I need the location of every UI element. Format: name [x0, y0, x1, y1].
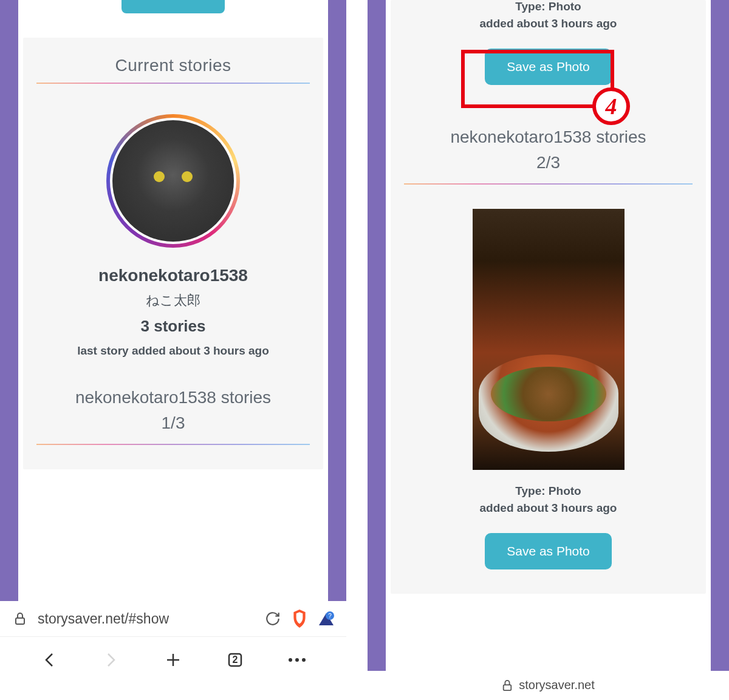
svg-point-5	[295, 658, 299, 662]
svg-rect-7	[504, 685, 512, 690]
browser-chrome: storysaver.net/#show ? 2	[0, 601, 346, 685]
save-as-photo-button[interactable]: Save as Photo	[485, 49, 612, 85]
gradient-underline	[36, 83, 310, 84]
extension-icon[interactable]: ?	[317, 610, 335, 628]
annotation-step-number: 4	[592, 87, 630, 125]
app-frame: Current stories nekonekotaro1538 ねこ太郎 3 …	[0, 0, 346, 601]
svg-text:?: ?	[328, 613, 332, 619]
avatar-story-ring[interactable]	[106, 114, 240, 248]
story-photo[interactable]	[473, 209, 625, 470]
story-added: added about 3 hours ago	[404, 501, 693, 515]
reload-icon[interactable]	[264, 610, 282, 628]
story-type: Type: Photo	[404, 0, 693, 13]
avatar-image	[112, 120, 234, 242]
app-frame: Type: Photo added about 3 hours ago Save…	[368, 0, 729, 671]
url-bar[interactable]: storysaver.net/#show ?	[0, 601, 346, 637]
phone-left: Current stories nekonekotaro1538 ねこ太郎 3 …	[0, 0, 346, 700]
current-stories-card: Current stories nekonekotaro1538 ねこ太郎 3 …	[23, 38, 323, 469]
save-as-photo-button[interactable]: Save as Photo	[485, 533, 612, 569]
svg-rect-0	[16, 618, 24, 624]
content-area: Type: Photo added about 3 hours ago Save…	[386, 0, 711, 671]
tab-count: 2	[233, 654, 238, 665]
url-text: storysaver.net	[519, 678, 595, 692]
stories-heading: nekonekotaro1538 stories	[36, 388, 310, 407]
forward-icon[interactable]	[100, 649, 122, 671]
svg-point-6	[302, 658, 306, 662]
back-icon[interactable]	[38, 649, 60, 671]
browser-chrome[interactable]: storysaver.net	[368, 671, 729, 699]
story-added: added about 3 hours ago	[404, 17, 693, 30]
svg-point-4	[289, 658, 292, 662]
avatar-inner	[110, 118, 236, 244]
new-tab-icon[interactable]	[162, 649, 184, 671]
story-card-1: Type: Photo added about 3 hours ago Save…	[391, 0, 706, 594]
content-area: Current stories nekonekotaro1538 ねこ太郎 3 …	[18, 0, 328, 601]
story-count: 3 stories	[36, 317, 310, 336]
stories-counter: 1/3	[36, 413, 310, 433]
top-button-stub[interactable]	[122, 0, 225, 13]
phone-right: Type: Photo added about 3 hours ago Save…	[368, 0, 729, 700]
username: nekonekotaro1538	[36, 266, 310, 285]
brave-shield-icon[interactable]	[290, 610, 309, 628]
browser-nav: 2	[0, 637, 346, 685]
last-story-time: last story added about 3 hours ago	[36, 344, 310, 358]
url-text: storysaver.net/#show	[38, 611, 255, 627]
gradient-underline	[404, 183, 693, 185]
tabs-icon[interactable]: 2	[224, 649, 246, 671]
menu-dots-icon[interactable]	[286, 649, 308, 671]
display-name: ねこ太郎	[36, 291, 310, 310]
stories-counter: 2/3	[404, 153, 693, 172]
lock-icon	[11, 610, 29, 628]
gradient-underline	[36, 444, 310, 445]
stories-heading: nekonekotaro1538 stories	[404, 127, 693, 147]
lock-icon	[502, 679, 513, 692]
section-title: Current stories	[36, 56, 310, 75]
story-type: Type: Photo	[404, 484, 693, 498]
